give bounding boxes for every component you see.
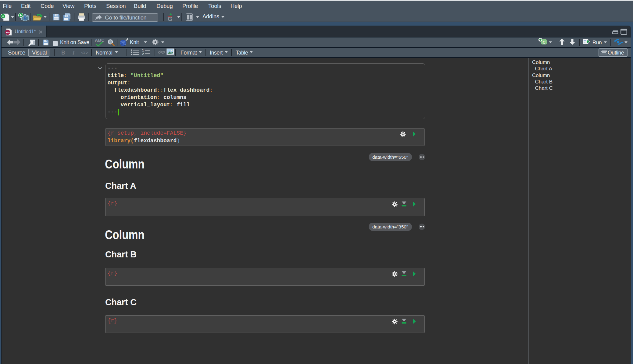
svg-text:1: 1	[142, 49, 144, 52]
svg-text:2: 2	[142, 52, 144, 55]
svg-text:Rmd: Rmd	[6, 31, 10, 34]
svg-text:R: R	[23, 16, 27, 20]
svg-text:C: C	[543, 40, 546, 44]
